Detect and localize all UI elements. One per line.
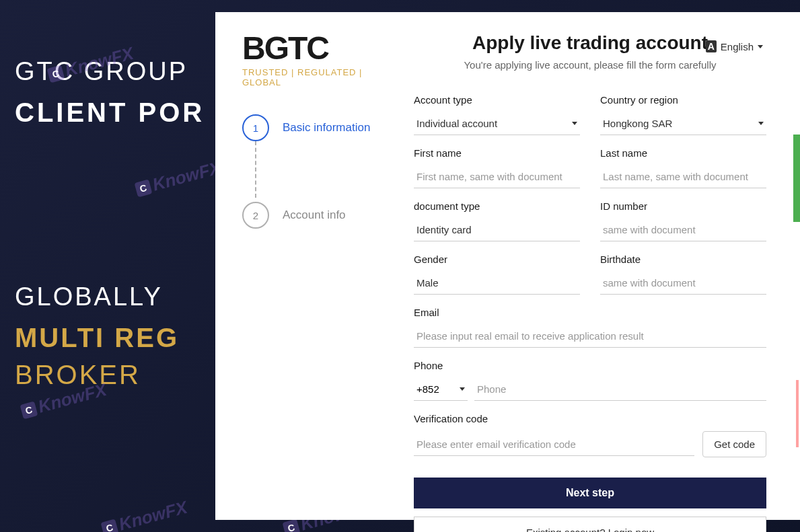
login-link-button[interactable]: Existing account? Login now (414, 517, 766, 532)
last-name-label: Last name (600, 147, 766, 159)
phone-input[interactable] (474, 378, 766, 401)
first-name-label: First name (414, 147, 580, 159)
id-number-input[interactable] (600, 219, 766, 241)
step-1-label: Basic information (283, 121, 370, 135)
left-column: BGTC TRUSTED | REGULATED | GLOBAL 1 Basi… (215, 12, 414, 520)
logo-text: BGTC (242, 32, 400, 65)
form-body: Account type Individual account Country … (414, 94, 766, 532)
id-number-label: ID number (600, 200, 766, 212)
birthdate-label: Birthdate (600, 254, 766, 265)
chevron-down-icon (460, 387, 465, 391)
form-column: A English Apply live trading account You… (414, 12, 800, 520)
chevron-down-icon (572, 122, 577, 125)
country-select[interactable]: Hongkong SAR (600, 112, 766, 135)
account-type-label: Account type (414, 94, 580, 106)
phone-prefix-value: +852 (416, 383, 439, 395)
step-1[interactable]: 1 Basic information (242, 114, 400, 141)
registration-panel: BGTC TRUSTED | REGULATED | GLOBAL 1 Basi… (215, 12, 800, 520)
country-label: Country or region (600, 94, 766, 106)
edge-indicator-red (796, 380, 799, 447)
doc-type-value: Identity card (416, 224, 472, 235)
email-label: Email (414, 307, 766, 318)
logo-tagline: TRUSTED | REGULATED | GLOBAL (242, 67, 400, 87)
bg-heading-5: BROKER (15, 360, 141, 390)
account-type-select[interactable]: Individual account (414, 112, 580, 135)
get-code-button[interactable]: Get code (702, 431, 766, 457)
gender-label: Gender (414, 254, 580, 265)
edge-indicator-green (793, 135, 800, 222)
gender-select[interactable]: Male (414, 272, 580, 295)
chevron-down-icon (758, 122, 764, 125)
bg-heading-2: CLIENT POR (15, 98, 205, 128)
bg-heading-1: GTC GROUP (15, 57, 188, 86)
country-value: Hongkong SAR (603, 118, 672, 129)
first-name-input[interactable] (414, 165, 580, 188)
last-name-input[interactable] (600, 165, 766, 188)
verification-code-input[interactable] (414, 433, 694, 456)
email-input[interactable] (414, 325, 766, 348)
form-subtitle: You're applying live account, please fil… (414, 59, 766, 71)
next-step-button[interactable]: Next step (414, 478, 766, 508)
translate-icon: A (706, 40, 717, 52)
language-selector[interactable]: A English (706, 40, 763, 52)
step-connector (255, 141, 256, 198)
bg-heading-4: MULTI REG (15, 323, 179, 353)
language-label: English (721, 41, 754, 52)
birthdate-input[interactable] (600, 272, 766, 295)
step-1-number: 1 (242, 114, 269, 141)
doc-type-select[interactable]: Identity card (414, 219, 580, 241)
bg-heading-3: GLOBALLY (15, 282, 163, 311)
step-2: 2 Account info (242, 202, 400, 229)
step-2-label: Account info (283, 208, 346, 222)
account-type-value: Individual account (416, 118, 497, 129)
step-indicator: 1 Basic information 2 Account info (242, 114, 400, 229)
chevron-down-icon (758, 45, 763, 48)
code-label: Verification code (414, 413, 766, 424)
phone-label: Phone (414, 360, 766, 371)
logo: BGTC TRUSTED | REGULATED | GLOBAL (242, 32, 400, 87)
doc-type-label: document type (414, 200, 580, 212)
gender-value: Male (416, 277, 439, 289)
phone-prefix-select[interactable]: +852 (414, 378, 468, 401)
step-2-number: 2 (242, 202, 269, 229)
